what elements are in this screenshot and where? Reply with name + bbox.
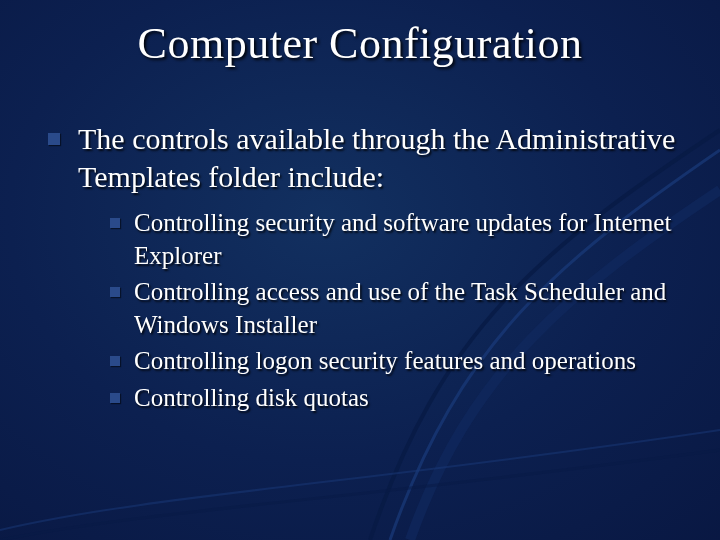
- slide-body: The controls available through the Admin…: [48, 120, 680, 418]
- square-bullet-icon: [110, 356, 120, 366]
- sub-bullet-text: Controlling access and use of the Task S…: [134, 276, 680, 341]
- sub-list: Controlling security and software update…: [110, 207, 680, 414]
- slide: Computer Configuration The controls avai…: [0, 0, 720, 540]
- square-bullet-icon: [110, 393, 120, 403]
- list-item: The controls available through the Admin…: [48, 120, 680, 195]
- square-bullet-icon: [110, 287, 120, 297]
- list-item: Controlling logon security features and …: [110, 345, 680, 378]
- main-bullet-text: The controls available through the Admin…: [78, 120, 680, 195]
- square-bullet-icon: [48, 133, 60, 145]
- list-item: Controlling disk quotas: [110, 382, 680, 415]
- slide-title: Computer Configuration: [0, 18, 720, 69]
- sub-bullet-text: Controlling security and software update…: [134, 207, 680, 272]
- sub-bullet-text: Controlling disk quotas: [134, 382, 369, 415]
- list-item: Controlling security and software update…: [110, 207, 680, 272]
- square-bullet-icon: [110, 218, 120, 228]
- list-item: Controlling access and use of the Task S…: [110, 276, 680, 341]
- sub-bullet-text: Controlling logon security features and …: [134, 345, 636, 378]
